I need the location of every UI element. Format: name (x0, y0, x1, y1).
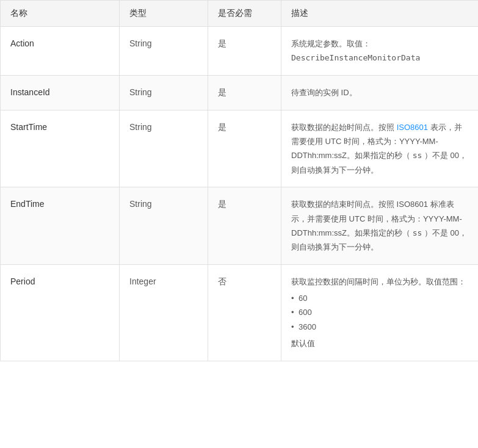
description-bullets: 606003600 (291, 291, 468, 334)
code-snippet: DescribeInstanceMonitorData (291, 53, 420, 62)
description-suffix: 默认值 (291, 339, 315, 348)
param-required: 是 (208, 110, 281, 187)
param-required: 是 (208, 27, 281, 76)
param-description: 获取监控数据的间隔时间，单位为秒。取值范围：606003600默认值 (281, 264, 479, 361)
param-description: 获取数据的起始时间点。按照 ISO8601 表示，并需要使用 UTC 时间，格式… (281, 110, 479, 187)
param-type: String (120, 27, 208, 76)
description-link[interactable]: ISO8601 (397, 123, 428, 132)
param-name: Action (1, 27, 120, 76)
table-row: EndTimeString是获取数据的结束时间点。按照 ISO8601 标准表示… (1, 187, 479, 265)
description-text: 待查询的实例 ID。 (291, 88, 357, 97)
param-required: 否 (208, 264, 281, 361)
table-row: ActionString是系统规定参数。取值：DescribeInstanceM… (1, 27, 479, 76)
description-text: 系统规定参数。取值： (291, 39, 371, 48)
list-item: 60 (291, 291, 468, 305)
param-required: 是 (208, 187, 281, 265)
param-name: StartTime (1, 110, 120, 187)
description-text: 获取数据的起始时间点。按照 (291, 123, 397, 132)
list-item: 600 (291, 305, 468, 319)
header-type: 类型 (120, 1, 208, 27)
code-snippet: ss (413, 228, 422, 237)
description-prefix: 获取监控数据的间隔时间，单位为秒。取值范围： (291, 277, 466, 286)
table-row: PeriodInteger否获取监控数据的间隔时间，单位为秒。取值范围：6060… (1, 264, 479, 361)
table-header-row: 名称 类型 是否必需 描述 (1, 1, 479, 27)
param-name: EndTime (1, 187, 120, 265)
header-name: 名称 (1, 1, 120, 27)
param-description: 获取数据的结束时间点。按照 ISO8601 标准表示，并需要使用 UTC 时间，… (281, 187, 479, 265)
table-row: StartTimeString是获取数据的起始时间点。按照 ISO8601 表示… (1, 110, 479, 187)
param-description: 待查询的实例 ID。 (281, 75, 479, 110)
header-required: 是否必需 (208, 1, 281, 27)
param-type: String (120, 75, 208, 110)
code-snippet: ss (413, 151, 422, 160)
param-type: String (120, 187, 208, 265)
param-type: String (120, 110, 208, 187)
api-params-table: 名称 类型 是否必需 描述 ActionString是系统规定参数。取值：Des… (0, 0, 478, 448)
param-type: Integer (120, 264, 208, 361)
list-item: 3600 (291, 320, 468, 334)
param-required: 是 (208, 75, 281, 110)
param-description: 系统规定参数。取值：DescribeInstanceMonitorData (281, 27, 479, 76)
param-name: Period (1, 264, 120, 361)
param-name: InstanceId (1, 75, 120, 110)
header-description: 描述 (281, 1, 479, 27)
table-row: InstanceIdString是待查询的实例 ID。 (1, 75, 479, 110)
